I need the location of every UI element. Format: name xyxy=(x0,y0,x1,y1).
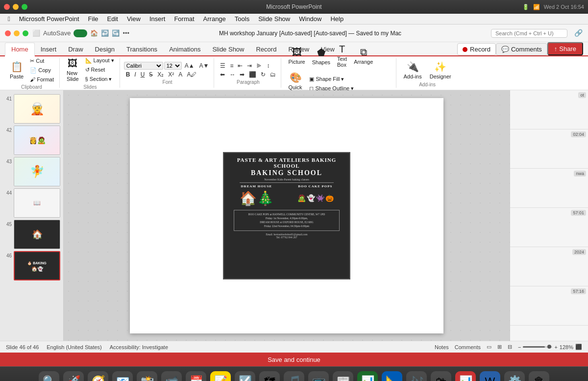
menu-help[interactable]: Help xyxy=(326,14,347,24)
view-reader-icon[interactable]: ⊟ xyxy=(508,344,512,350)
highlight-button[interactable]: A🖊 xyxy=(185,71,198,78)
dock-calendar[interactable]: 📅 xyxy=(186,371,206,381)
menu-tools[interactable]: Tools xyxy=(231,14,253,24)
new-slide-button[interactable]: 🖼 NewSlide xyxy=(64,56,81,83)
autosave-toggle[interactable] xyxy=(74,29,87,37)
slide-thumb-42[interactable]: 42 👸🧟 xyxy=(3,126,60,155)
align-right-button[interactable]: ➡ xyxy=(238,71,246,78)
strikethrough-button[interactable]: S̶ xyxy=(147,71,155,78)
section-button[interactable]: § Section ▾ xyxy=(83,75,117,83)
font-family-select[interactable]: Calibri xyxy=(124,62,163,70)
record-button[interactable]: Record xyxy=(457,43,496,55)
reset-button[interactable]: ↺ Reset xyxy=(83,66,117,74)
slide-img-41[interactable]: 🧝 xyxy=(14,94,60,124)
ppt-window-controls[interactable] xyxy=(5,30,28,36)
font-size-select[interactable]: 12 xyxy=(164,62,182,70)
indent-increase-button[interactable]: ⇥ xyxy=(245,62,254,70)
close-button[interactable] xyxy=(4,4,10,10)
shape-fill-button[interactable]: ▣ Shape Fill ▾ xyxy=(307,75,356,83)
zoom-slider-thumb[interactable] xyxy=(547,345,551,349)
indent-decrease-button[interactable]: ⇤ xyxy=(236,62,245,70)
save-bar[interactable]: Save and continue xyxy=(0,353,588,366)
comments-status-button[interactable]: Comments xyxy=(455,344,481,350)
minimize-button[interactable] xyxy=(13,4,19,10)
dock-photos[interactable]: 📸 xyxy=(137,371,157,381)
dock-news[interactable]: 📰 xyxy=(333,371,353,381)
line-spacing-button[interactable]: ↕ xyxy=(265,62,271,70)
underline-button[interactable]: U xyxy=(139,71,147,78)
notes-button[interactable]: Notes xyxy=(435,344,449,350)
tab-insert[interactable]: Insert xyxy=(35,43,63,55)
dock-maps[interactable]: 🗺 xyxy=(259,371,280,381)
maximize-button[interactable] xyxy=(22,4,27,10)
view-normal-icon[interactable]: ▭ xyxy=(487,344,491,350)
text-direction-button[interactable]: ↻ xyxy=(259,71,268,78)
shapes-button[interactable]: ⬟ Shapes xyxy=(309,45,333,67)
tab-record[interactable]: Record xyxy=(250,43,282,55)
font-color-button[interactable]: A xyxy=(176,71,184,78)
dock-appletv[interactable]: 📺 xyxy=(308,371,329,381)
menu-view[interactable]: View xyxy=(123,14,145,24)
tab-home[interactable]: Home xyxy=(5,43,35,56)
addins-button[interactable]: 🔌 Add-ins xyxy=(400,59,424,81)
dock-trash[interactable]: 🗑 xyxy=(529,371,549,381)
tab-animations[interactable]: Animations xyxy=(163,43,206,55)
zoom-out-button[interactable]: − xyxy=(518,344,521,350)
paste-button[interactable]: 📋 Paste xyxy=(7,59,26,81)
dock-launchpad[interactable]: 🚀 xyxy=(63,371,84,381)
menu-edit[interactable]: Edit xyxy=(103,14,122,24)
menu-arrange[interactable]: Arrange xyxy=(199,14,230,24)
zoom-in-button[interactable]: + xyxy=(554,344,557,350)
slide-thumb-46[interactable]: 46 🎂 BAKING 🏠👻 xyxy=(3,251,60,280)
ppt-maximize[interactable] xyxy=(23,30,28,36)
dock-reminders[interactable]: ☑️ xyxy=(235,371,255,381)
dock-system-prefs[interactable]: ⚙️ xyxy=(504,371,525,381)
copy-button[interactable]: 📄 Copy xyxy=(27,66,56,75)
numbering-button[interactable]: ≡ xyxy=(228,62,235,70)
align-left-button[interactable]: ⬅ xyxy=(218,71,227,78)
dock-itunes[interactable]: 🎶 xyxy=(406,371,427,381)
ppt-search-input[interactable] xyxy=(491,29,567,38)
menu-powerpoint[interactable]: Microsoft PowerPoint xyxy=(15,14,83,24)
view-grid-icon[interactable]: ⊞ xyxy=(497,344,502,350)
dock-music[interactable]: 🎵 xyxy=(284,371,304,381)
slide-img-42[interactable]: 👸🧟 xyxy=(14,126,60,155)
bold-button[interactable]: B xyxy=(124,71,132,78)
slide-thumb-41[interactable]: 41 🧝 xyxy=(3,94,60,124)
dock-numbers[interactable]: 📊 xyxy=(357,371,378,381)
menu-apple[interactable]:  xyxy=(4,14,14,24)
fit-page-button[interactable]: ⬛ xyxy=(575,344,582,350)
columns-button[interactable]: ⫸ xyxy=(254,62,264,70)
superscript-button[interactable]: X² xyxy=(166,71,176,78)
slide-thumb-44[interactable]: 44 📖 xyxy=(3,188,60,218)
menu-insert[interactable]: Insert xyxy=(146,14,170,24)
layout-button[interactable]: 📐 Layout ▾ xyxy=(83,56,117,65)
slide-img-44[interactable]: 📖 xyxy=(14,188,60,218)
redo-icon[interactable]: ↪️ xyxy=(112,29,120,37)
align-center-button[interactable]: ↔ xyxy=(227,71,237,78)
menu-window[interactable]: Window xyxy=(295,14,325,24)
zoom-slider[interactable] xyxy=(523,346,552,348)
tab-slideshow[interactable]: Slide Show xyxy=(206,43,250,55)
dock-appstore[interactable]: 🛍 xyxy=(431,371,451,381)
ppt-close[interactable] xyxy=(5,30,11,36)
home-icon[interactable]: 🏠 xyxy=(90,29,98,37)
menu-slideshow[interactable]: Slide Show xyxy=(254,14,294,24)
textbox-button[interactable]: T TextBox xyxy=(334,42,350,69)
picture-button[interactable]: 🖼 Picture xyxy=(285,45,308,66)
tab-transitions[interactable]: Transitions xyxy=(121,43,163,55)
dock-safari[interactable]: 🧭 xyxy=(88,371,108,381)
subscript-button[interactable]: X₂ xyxy=(155,71,166,78)
tab-draw[interactable]: Draw xyxy=(62,43,89,55)
bullets-button[interactable]: ☰ xyxy=(218,62,227,70)
slide-img-46[interactable]: 🎂 BAKING 🏠👻 xyxy=(14,251,60,280)
designer-button[interactable]: ✨ Designer xyxy=(427,59,454,81)
dock-finder[interactable]: 🔍 xyxy=(39,371,59,381)
share-icon[interactable]: 🔗 xyxy=(574,29,583,38)
comments-button[interactable]: 💬 Comments xyxy=(496,43,547,55)
share-button[interactable]: ↑ Share xyxy=(547,42,583,55)
slide-img-43[interactable]: 🧚 xyxy=(14,157,60,186)
tab-design[interactable]: Design xyxy=(89,43,121,55)
undo-icon[interactable]: ↩️ xyxy=(101,29,109,37)
slide-img-45[interactable]: 🏠 xyxy=(14,220,60,249)
